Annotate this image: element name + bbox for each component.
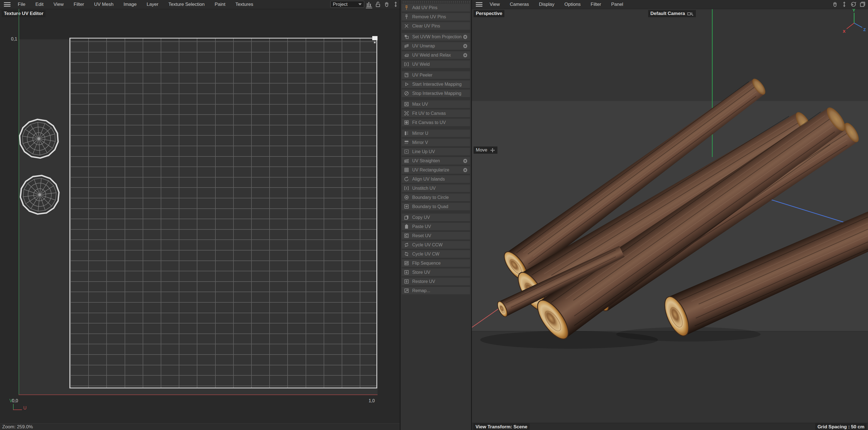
pan-hand-icon[interactable]	[832, 1, 838, 7]
peeler-icon	[404, 72, 409, 78]
uv-command-boundary-to-quad[interactable]: Boundary to Quad	[402, 203, 470, 210]
menu-options[interactable]: Options	[564, 2, 581, 7]
weld-relax-icon	[404, 53, 409, 58]
menu-view[interactable]: View	[490, 2, 500, 7]
menu-file[interactable]: File	[18, 2, 25, 7]
uv-command-restore-uv[interactable]: Restore UV	[402, 278, 470, 285]
uv-command-uv-weld-and-relax[interactable]: UV Weld and Relax	[402, 51, 470, 59]
panel-drag-handle[interactable]	[402, 1, 470, 3]
uv-label-top-left: 0,1	[5, 37, 17, 42]
uv-command-remove-uv-pins[interactable]: Remove UV Pins	[402, 13, 470, 21]
viewport-3d[interactable]: View Cameras Display Options Filter Pane…	[472, 0, 868, 430]
menu-image[interactable]: Image	[124, 2, 136, 7]
uv-command-add-uv-pins[interactable]: Add UV Pins	[402, 4, 470, 11]
project-dropdown[interactable]: Project	[330, 1, 364, 8]
weld-icon	[404, 62, 409, 67]
view-mode-label: Perspective	[473, 10, 504, 17]
line-up-icon	[404, 149, 409, 154]
chevron-down-icon	[359, 3, 362, 5]
gear-icon[interactable]	[462, 34, 468, 40]
menu-edit[interactable]: Edit	[35, 2, 43, 7]
uv-command-remap[interactable]: Remap...	[402, 287, 470, 294]
vertical-zoom-icon[interactable]	[841, 1, 847, 7]
pan-hand-icon[interactable]	[383, 1, 390, 7]
boundary-quad-icon	[404, 204, 409, 209]
menu-textures[interactable]: Textures	[236, 2, 253, 7]
play-icon	[404, 81, 409, 87]
restore-icon	[404, 279, 409, 284]
projection-icon	[404, 34, 409, 39]
unstitch-icon	[404, 186, 409, 191]
uv-command-store-uv[interactable]: Store UV	[402, 269, 470, 276]
uv-command-line-up-uv[interactable]: Line Up UV	[402, 148, 470, 155]
uv-command-mirror-v[interactable]: Mirror V	[402, 139, 470, 146]
hamburger-menu-icon[interactable]	[4, 2, 10, 7]
uv-command-fit-canvas-to-uv[interactable]: Fit Canvas to UV	[402, 119, 470, 126]
uv-command-flip-sequence[interactable]: Flip Sequence	[402, 259, 470, 267]
menu-display[interactable]: Display	[539, 2, 555, 7]
uv-command-uv-rectangularize[interactable]: UV Rectangularize	[402, 166, 470, 174]
uv-command-clear-uv-pins[interactable]: Clear UV Pins	[402, 22, 470, 30]
selected-uv-vertex-dot	[374, 42, 376, 43]
axis-gizmo: Y X Z	[838, 7, 868, 36]
pin-remove-icon	[404, 14, 409, 20]
histogram-icon[interactable]	[366, 1, 372, 8]
uv-label-bottom-right: 1,0	[369, 398, 375, 403]
menu-texture-selection[interactable]: Texture Selection	[168, 2, 205, 7]
uv-command-uv-weld[interactable]: UV Weld	[402, 61, 470, 68]
paste-icon	[404, 224, 409, 229]
uv-command-unstitch-uv[interactable]: Unstitch UV	[402, 185, 470, 192]
camera-icon[interactable]	[687, 11, 694, 16]
gear-icon[interactable]	[462, 43, 468, 49]
uv-command-fit-uv-to-canvas[interactable]: Fit UV to Canvas	[402, 109, 470, 117]
menu-uv-mesh[interactable]: UV Mesh	[94, 2, 114, 7]
zoom-level: Zoom: 259.0%	[2, 424, 33, 430]
menu-filter[interactable]: Filter	[73, 2, 84, 7]
fit-uv-icon	[404, 111, 409, 116]
uv-command-stop-interactive-mapping[interactable]: Stop Interactive Mapping	[402, 90, 470, 97]
store-icon	[404, 270, 409, 275]
uv-command-align-uv-islands[interactable]: Align UV Islands	[402, 175, 470, 183]
unlock-icon[interactable]	[375, 1, 381, 7]
remap-icon	[404, 288, 409, 293]
uv-command-cycle-uv-cw[interactable]: Cycle UV CW	[402, 250, 470, 258]
vertical-zoom-icon[interactable]	[393, 1, 399, 7]
reset-icon	[404, 233, 409, 238]
uv-command-mirror-u[interactable]: Mirror U	[402, 130, 470, 137]
mirror-v-icon	[404, 140, 409, 145]
menu-filter[interactable]: Filter	[591, 2, 601, 7]
active-tool-chip: Move	[473, 146, 497, 154]
uv-command-start-interactive-mapping[interactable]: Start Interactive Mapping	[402, 80, 470, 88]
u-axis-label: U	[23, 405, 27, 410]
gear-icon[interactable]	[462, 167, 468, 173]
menu-cameras[interactable]: Cameras	[510, 2, 529, 7]
uv-cap-islands[interactable]	[15, 114, 64, 217]
menu-view[interactable]: View	[54, 2, 64, 7]
uv-mesh-grid-island[interactable]	[69, 38, 377, 388]
uv-command-uv-unwrap[interactable]: UV Unwrap	[402, 42, 470, 49]
uv-command-paste-uv[interactable]: Paste UV	[402, 223, 470, 230]
menu-layer[interactable]: Layer	[147, 2, 158, 7]
menu-panel[interactable]: Panel	[611, 2, 623, 7]
uv-command-uv-peeler[interactable]: UV Peeler	[402, 71, 470, 79]
gear-icon[interactable]	[462, 158, 468, 164]
menu-paint[interactable]: Paint	[215, 2, 225, 7]
selected-uv-corner[interactable]	[372, 36, 377, 40]
gear-icon[interactable]	[462, 53, 468, 58]
uv-command-set-uvw-from-projection[interactable]: Set UVW from Projection	[402, 33, 470, 40]
uv-command-cycle-uv-ccw[interactable]: Cycle UV CCW	[402, 241, 470, 249]
viewport-menubar: View Cameras Display Options Filter Pane…	[472, 0, 868, 9]
uv-command-panel: Add UV Pins Remove UV Pins Clear UV Pins…	[400, 0, 472, 430]
mini-axis-u	[13, 409, 22, 410]
uv-editor-statusbar: Zoom: 259.0%	[0, 423, 400, 430]
uv-command-max-uv[interactable]: Max UV	[402, 100, 470, 108]
uv-command-uv-straighten[interactable]: UV Straighten	[402, 157, 470, 165]
uv-command-boundary-to-circle[interactable]: Boundary to Circle	[402, 194, 470, 201]
hamburger-menu-icon[interactable]	[476, 2, 483, 7]
uv-command-reset-uv[interactable]: Reset UV	[402, 232, 470, 239]
orbit-icon[interactable]	[850, 1, 857, 7]
view-transform-label: View Transform: Scene	[473, 423, 530, 430]
maximize-icon[interactable]	[859, 1, 866, 7]
move-icon	[490, 147, 495, 153]
uv-command-copy-uv[interactable]: Copy UV	[402, 213, 470, 221]
